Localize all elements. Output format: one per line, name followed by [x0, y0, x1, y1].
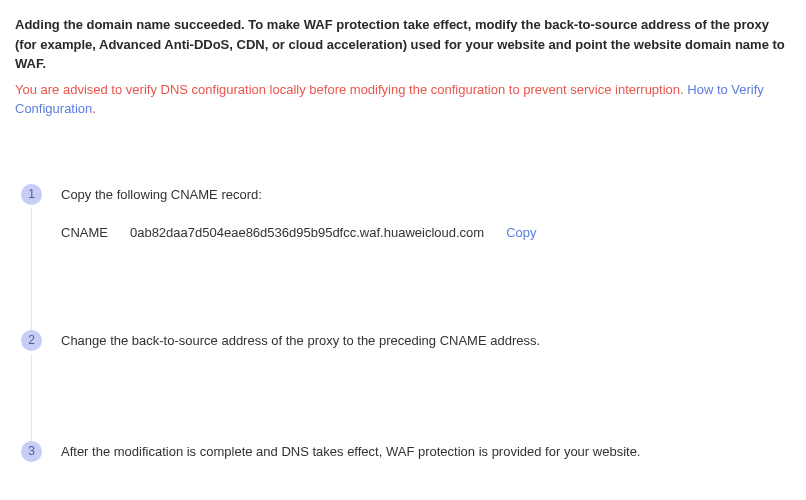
cname-value: 0ab82daa7d504eae86d536d95b95dfcc.waf.hua…	[130, 225, 484, 240]
cname-row: CNAME 0ab82daa7d504eae86d536d95b95dfcc.w…	[61, 225, 791, 240]
step-1-badge: 1	[21, 184, 42, 205]
step-2: 2 Change the back-to-source address of t…	[21, 330, 791, 441]
step-2-badge: 2	[21, 330, 42, 351]
steps-list: 1 Copy the following CNAME record: CNAME…	[21, 184, 791, 492]
step-3-title: After the modification is complete and D…	[61, 441, 791, 462]
step-2-title: Change the back-to-source address of the…	[61, 330, 791, 351]
step-3: 3 After the modification is complete and…	[21, 441, 791, 492]
step-1: 1 Copy the following CNAME record: CNAME…	[21, 184, 791, 330]
dns-warning-text: You are advised to verify DNS configurat…	[15, 82, 687, 97]
success-heading: Adding the domain name succeeded. To mak…	[15, 15, 791, 74]
copy-button[interactable]: Copy	[506, 225, 536, 240]
dns-warning-suffix: .	[92, 101, 96, 116]
step-1-title: Copy the following CNAME record:	[61, 184, 791, 205]
dns-warning: You are advised to verify DNS configurat…	[15, 80, 791, 119]
cname-label: CNAME	[61, 225, 108, 240]
step-3-badge: 3	[21, 441, 42, 462]
